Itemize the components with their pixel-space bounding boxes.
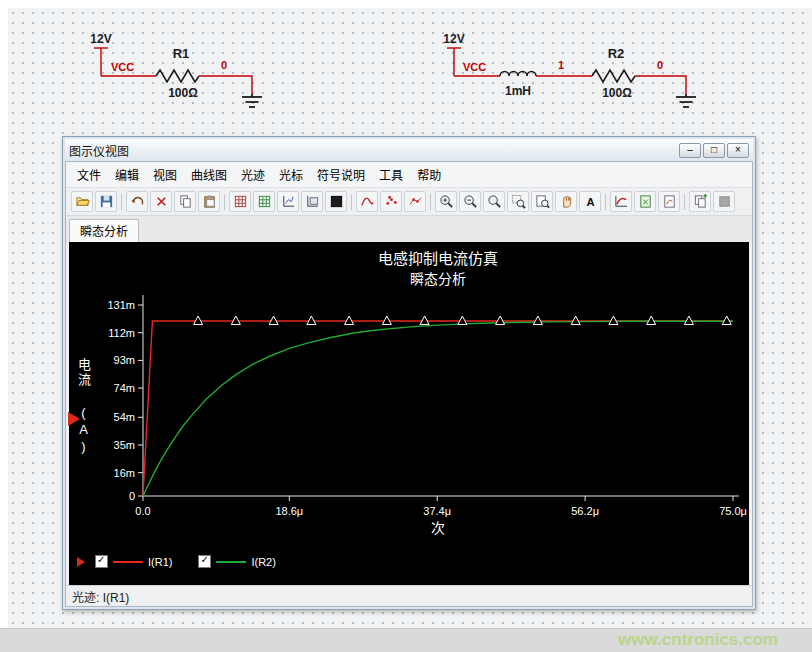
menu-bar: 文件 编辑 视图 曲线图 光迹 光标 符号说明 工具 帮助 <box>66 162 752 188</box>
svg-text:0.0: 0.0 <box>135 505 150 517</box>
svg-text:112m: 112m <box>108 327 135 339</box>
close-button[interactable]: × <box>727 143 749 158</box>
text-icon: A <box>583 194 598 209</box>
vcc-source-right[interactable]: 12V VCC <box>443 32 486 76</box>
toolbar-zoom-area-button[interactable] <box>507 191 529 212</box>
menu-edit[interactable]: 编辑 <box>108 164 146 185</box>
chart-canvas[interactable]: 131m112m93m74m54m35m16m00.018.6μ37.4μ56.… <box>69 242 749 542</box>
toolbar-cut-button[interactable] <box>150 191 172 212</box>
chart-plot-area: 电感抑制电流仿真 瞬态分析 电流 (A) 131m112m93m74m54m35… <box>69 242 749 585</box>
menu-graph[interactable]: 曲线图 <box>184 164 234 185</box>
toolbar-overlay-traces-button[interactable] <box>301 191 323 212</box>
menu-file[interactable]: 文件 <box>70 164 108 185</box>
legend-swatch-ir2 <box>216 561 246 563</box>
zoom-out-icon <box>463 194 478 209</box>
toolbar-zoom-out-button[interactable] <box>459 191 481 212</box>
toolbar-trace-export-button[interactable] <box>610 191 632 212</box>
ground-symbol-right[interactable] <box>676 94 696 107</box>
menu-trace[interactable]: 光迹 <box>234 164 272 185</box>
svg-text:16m: 16m <box>114 467 135 479</box>
toolbar-separator <box>605 194 606 210</box>
chart-legend: I(R1) I(R2) <box>77 555 276 568</box>
legend-selected-arrow-icon <box>77 557 90 567</box>
svg-text:35m: 35m <box>114 439 135 451</box>
toolbar-scatter-style-button[interactable] <box>380 191 402 212</box>
svg-text:100Ω: 100Ω <box>168 86 198 100</box>
grapher-window: 图示仪视图 – □ × 文件 编辑 视图 曲线图 光迹 光标 符号说明 工具 帮… <box>62 136 756 610</box>
toolbar-separator <box>224 194 225 210</box>
copy-icon <box>178 194 193 209</box>
zoom-area-icon <box>511 194 526 209</box>
legend-label-ir1: I(R1) <box>148 556 172 568</box>
net-label-0: 0 <box>657 59 663 71</box>
scatter-line-icon <box>408 194 423 209</box>
net-label-1: 1 <box>558 59 564 71</box>
toolbar-export-excel-button[interactable] <box>634 191 656 212</box>
close-icon: × <box>735 144 741 155</box>
svg-text:54m: 54m <box>114 411 135 423</box>
svg-text:R2: R2 <box>608 46 625 61</box>
vcc-source-left[interactable]: 12V VCC <box>90 32 134 76</box>
toolbar-add-text-button[interactable]: A <box>579 191 601 212</box>
wire[interactable] <box>199 76 252 94</box>
toolbar-zoom-in-button[interactable] <box>435 191 457 212</box>
minimize-button[interactable]: – <box>679 143 701 158</box>
toolbar-save-button[interactable] <box>95 191 117 212</box>
svg-text:93m: 93m <box>114 354 135 366</box>
toolbar-export-graph-button[interactable] <box>658 191 680 212</box>
curve-icon <box>360 194 375 209</box>
svg-text:1mH: 1mH <box>505 84 531 98</box>
zoom-page-icon <box>535 194 550 209</box>
toolbar-copy-page-button[interactable] <box>689 191 711 212</box>
toolbar-separator <box>684 194 685 210</box>
tab-transient-analysis[interactable]: 瞬态分析 <box>69 219 139 242</box>
toolbar-stop-button[interactable] <box>713 191 735 212</box>
toolbar-zoom-restore-button[interactable] <box>483 191 505 212</box>
resistor-r2[interactable]: R2 100Ω <box>592 46 635 100</box>
selected-trace-arrow-icon <box>68 412 87 426</box>
save-icon <box>99 194 114 209</box>
svg-text:12V: 12V <box>443 32 464 46</box>
toolbar-curve-style-button[interactable] <box>356 191 378 212</box>
trace-checkbox-ir1[interactable] <box>95 555 108 568</box>
toolbar-undo-button[interactable] <box>126 191 148 212</box>
circuit-schematic[interactable]: 12V VCC R1 100Ω 0 12V VCC 1mH 1 <box>0 0 812 135</box>
trace-checkbox-ir2[interactable] <box>198 555 211 568</box>
toolbar: A <box>66 188 752 216</box>
toolbar-paste-button[interactable] <box>198 191 220 212</box>
svg-text:100Ω: 100Ω <box>602 86 632 100</box>
toolbar-black-background-button[interactable] <box>325 191 347 212</box>
ground-symbol-left[interactable] <box>242 94 262 107</box>
toolbar-show-grid-button[interactable] <box>229 191 251 212</box>
net-label-0: 0 <box>221 59 227 71</box>
status-bar: 光迹: I(R1) <box>66 585 752 606</box>
menu-tools[interactable]: 工具 <box>372 164 410 185</box>
inductor-l1[interactable]: 1mH <box>500 72 536 99</box>
menu-help[interactable]: 帮助 <box>410 164 448 185</box>
legend-item-ir1: I(R1) <box>77 555 172 568</box>
toolbar-show-legend-button[interactable] <box>253 191 275 212</box>
toolbar-show-axes-button[interactable] <box>277 191 299 212</box>
toolbar-open-button[interactable] <box>71 191 93 212</box>
zoom-restore-icon <box>487 194 502 209</box>
toolbar-copy-button[interactable] <box>174 191 196 212</box>
svg-text:VCC: VCC <box>463 61 486 73</box>
resistor-r1[interactable]: R1 100Ω <box>156 46 199 100</box>
maximize-button[interactable]: □ <box>703 143 725 158</box>
window-titlebar[interactable]: 图示仪视图 – □ × <box>65 139 753 161</box>
svg-text:12V: 12V <box>90 32 111 46</box>
toolbar-zoom-page-button[interactable] <box>531 191 553 212</box>
menu-view[interactable]: 视图 <box>146 164 184 185</box>
toolbar-separator <box>121 194 122 210</box>
svg-text:37.4μ: 37.4μ <box>423 505 451 517</box>
undo-icon <box>130 194 145 209</box>
toolbar-scatter-line-style-button[interactable] <box>404 191 426 212</box>
menu-legend[interactable]: 符号说明 <box>310 164 372 185</box>
menu-cursor[interactable]: 光标 <box>272 164 310 185</box>
status-text: 光迹: I(R1) <box>72 588 129 605</box>
wire[interactable] <box>635 76 686 94</box>
toolbar-pan-hand-button[interactable] <box>555 191 577 212</box>
legend-label-ir2: I(R2) <box>251 556 275 568</box>
tab-strip: 瞬态分析 <box>66 216 752 242</box>
schematic-canvas[interactable]: 12V VCC R1 100Ω 0 12V VCC 1mH 1 <box>0 0 812 652</box>
